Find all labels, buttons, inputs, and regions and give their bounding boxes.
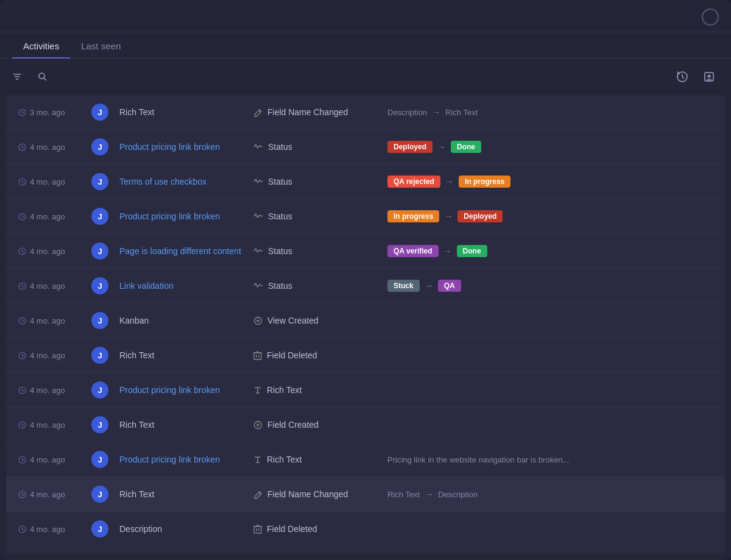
filter-button[interactable] [12, 72, 26, 82]
action-cell: Rich Text [253, 455, 387, 464]
avatar: J [91, 208, 108, 225]
action-cell: Field Deleted [253, 350, 387, 360]
table-row: 4 mo. agoJProduct pricing link brokenRic… [6, 373, 725, 408]
table-row: 4 mo. agoJKanbanView Created [6, 303, 725, 338]
create-icon [253, 420, 263, 430]
svg-line-36 [23, 355, 24, 356]
clock-icon [18, 247, 26, 255]
action-cell: Field Deleted [253, 524, 387, 534]
svg-line-18 [23, 182, 24, 183]
svg-rect-37 [254, 353, 261, 360]
user-cell: J [91, 381, 113, 399]
action-cell: Status [253, 177, 387, 186]
user-cell: J [91, 138, 113, 155]
status-icon [253, 142, 263, 152]
user-cell: J [91, 347, 113, 364]
status-badge-from: Stuck [387, 280, 420, 292]
svg-line-4 [44, 78, 46, 80]
clock-icon [18, 352, 26, 360]
svg-line-66 [23, 529, 24, 530]
toolbar-left [12, 72, 51, 82]
status-badge-to: Done [451, 141, 481, 153]
action-cell: Field Name Changed [253, 107, 387, 117]
time-cell: 4 mo. ago [18, 386, 91, 395]
name-cell[interactable]: Page is loading different content [119, 246, 253, 256]
titlebar [0, 0, 731, 32]
time-cell: 4 mo. ago [18, 177, 91, 186]
clock-icon [18, 143, 26, 151]
time-cell: 4 mo. ago [18, 420, 91, 430]
svg-line-30 [23, 321, 24, 322]
clock-icon [18, 525, 26, 533]
clock-icon [18, 282, 26, 290]
svg-line-11 [23, 112, 24, 113]
name-cell: Description [119, 524, 253, 534]
user-cell: J [91, 486, 113, 503]
detail-cell: QA rejected→In progress [387, 175, 713, 188]
search-icon [38, 72, 48, 82]
avatar: J [91, 104, 108, 121]
detail-cell: Stuck→QA [387, 280, 713, 292]
close-button[interactable] [702, 9, 719, 26]
name-cell[interactable]: Terms of use checkbox [119, 177, 253, 186]
search-button[interactable] [38, 72, 51, 82]
time-cell: 4 mo. ago [18, 212, 91, 221]
name-cell[interactable]: Link validation [119, 281, 253, 291]
name-cell: Rich Text [119, 420, 253, 430]
status-badge-to: QA [438, 280, 461, 292]
time-cell: 4 mo. ago [18, 247, 91, 256]
table-row: 4 mo. agoJRich TextField Name ChangedRic… [6, 477, 725, 512]
time-cell: 4 mo. ago [18, 525, 91, 534]
delete-icon [253, 525, 262, 534]
user-cell: J [91, 208, 113, 225]
name-cell[interactable]: Product pricing link broken [119, 385, 253, 395]
time-cell: 4 mo. ago [18, 351, 91, 360]
status-badge-from: Deployed [387, 141, 433, 153]
tab-activities[interactable]: Activities [12, 32, 70, 58]
richtext-icon [253, 455, 262, 464]
time-cell: 3 mo. ago [18, 108, 91, 117]
edit-icon [253, 108, 263, 117]
table-row: 4 mo. agoJProduct pricing link brokenRic… [6, 442, 725, 477]
clock-icon [18, 178, 26, 186]
time-cell: 4 mo. ago [18, 143, 91, 152]
delete-icon [253, 351, 262, 360]
time-cell: 4 mo. ago [18, 316, 91, 325]
svg-line-27 [23, 286, 24, 287]
avatar: J [91, 138, 108, 155]
avatar: J [91, 486, 108, 503]
action-cell: Status [253, 281, 387, 291]
user-cell: J [91, 243, 113, 260]
detail-cell: Deployed→Done [387, 141, 713, 153]
table-row: 4 mo. agoJProduct pricing link brokenSta… [6, 199, 725, 234]
action-cell: Status [253, 211, 387, 221]
avatar: J [91, 381, 108, 399]
tab-bar: ActivitiesLast seen [0, 32, 731, 58]
user-cell: J [91, 312, 113, 329]
clock-icon [18, 108, 26, 116]
table-row: 4 mo. agoJTerms of use checkboxStatusQA … [6, 165, 725, 199]
status-badge-from: In progress [387, 210, 439, 222]
user-cell: J [91, 451, 113, 468]
name-cell[interactable]: Product pricing link broken [119, 211, 253, 221]
table-row: 4 mo. agoJDescriptionField Deleted [6, 512, 725, 546]
user-cell: J [91, 416, 113, 433]
svg-point-3 [39, 73, 44, 79]
name-cell: Kanban [119, 316, 253, 325]
tab-last-seen[interactable]: Last seen [70, 32, 132, 58]
table-row: 3 mo. agoJRich TextField Name ChangedDes… [6, 95, 725, 130]
richtext-icon [253, 386, 262, 394]
detail-cell: Rich Text → Description [387, 489, 713, 499]
history-button[interactable] [673, 67, 692, 87]
export-button[interactable] [699, 67, 719, 87]
time-cell: 4 mo. ago [18, 282, 91, 291]
action-cell: Status [253, 246, 387, 256]
status-badge-from: QA verified [387, 245, 439, 257]
name-cell[interactable]: Product pricing link broken [119, 455, 253, 464]
svg-line-50 [23, 425, 24, 426]
status-badge-to: Deployed [457, 210, 503, 222]
avatar: J [91, 312, 108, 329]
action-cell: Status [253, 142, 387, 152]
name-cell[interactable]: Product pricing link broken [119, 142, 253, 152]
svg-line-24 [23, 251, 24, 252]
